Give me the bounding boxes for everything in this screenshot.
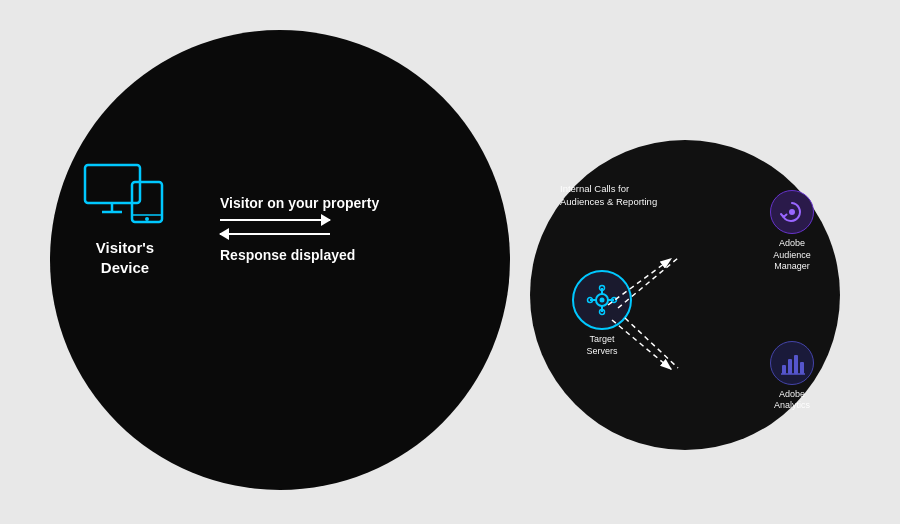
left-arrow-row [220,233,330,235]
svg-rect-20 [800,362,804,374]
audience-manager-label: AdobeAudienceManager [762,238,822,273]
target-hub-icon [584,282,620,318]
device-icon [80,160,170,230]
device-area: Visitor'sDevice [80,160,170,277]
audience-manager-svg [778,198,806,226]
svg-point-7 [600,298,605,303]
left-arrow [220,233,330,235]
target-servers: TargetServers [572,270,632,357]
audience-manager-icon [770,190,814,234]
svg-rect-17 [782,365,786,374]
right-arrow-row [220,219,330,221]
response-label: Response displayed [220,247,355,263]
target-servers-icon [572,270,632,330]
adobe-analytics-svg [778,349,806,377]
arrows-area: Visitor on your property Response displa… [220,195,379,263]
target-servers-label: TargetServers [572,334,632,357]
svg-point-5 [145,217,149,221]
adobe-analytics-label: AdobeAnalytics [762,389,822,412]
svg-point-16 [789,209,795,215]
svg-rect-19 [794,355,798,374]
adobe-analytics-icon [770,341,814,385]
right-arrow [220,219,330,221]
small-circle-content: Internal Calls forAudiences & Reporting [530,140,840,450]
visitor-label: Visitor on your property [220,195,379,211]
device-label: Visitor'sDevice [96,238,154,277]
svg-rect-18 [788,359,792,374]
audience-manager: AdobeAudienceManager [762,190,822,273]
internal-calls-label: Internal Calls forAudiences & Reporting [560,182,670,209]
scene: { "large_circle": { "device_label": "Vis… [0,0,900,524]
adobe-analytics: AdobeAnalytics [762,341,822,412]
